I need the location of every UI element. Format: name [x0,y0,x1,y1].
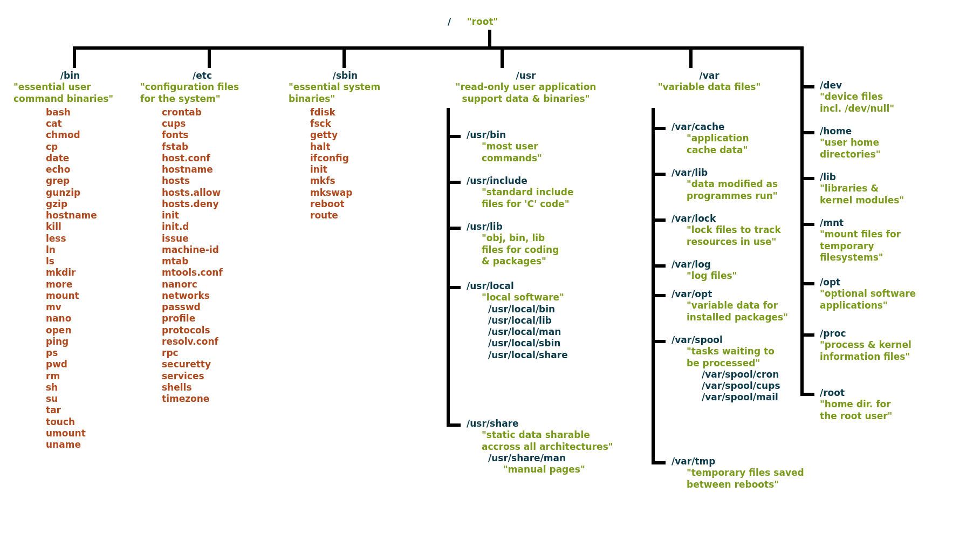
list-item: cp [46,141,127,153]
sbin-files: fdiskfsckgettyhaltifconfiginitmkfsmkswap… [310,107,402,222]
bin-files: bashcatchmodcpdateechogrepgunzipgziphost… [46,107,127,451]
list-item: touch [46,416,127,428]
connector [652,294,666,297]
connector [652,340,666,343]
list-item: protocols [162,325,264,336]
var-log-path: /var/log [671,259,737,270]
list-item: mtools.conf [162,267,264,278]
list-item: hosts.deny [162,199,264,210]
usr-share-man-path: /usr/share/man [488,453,613,464]
var-spool-sub: /var/spool/cron/var/spool/cups/var/spool… [702,369,780,404]
connector [800,85,814,88]
list-item: init [162,210,264,221]
dev-desc: "device files incl. /dev/null" [820,91,894,114]
mnt-desc: "mount files for temporary filesystems" [820,229,901,263]
usr-share-desc: "static data sharable accross all archit… [482,429,613,453]
list-item: /usr/local/lib [488,315,568,326]
connector [447,108,450,426]
var-lock-path: /var/lock [671,213,781,224]
list-item: /var/spool/mail [702,392,780,403]
list-item: hosts [162,175,264,187]
list-item: init [310,164,402,175]
list-item: chmod [46,129,127,141]
var-lib-desc: "data modified as programmes run" [687,179,778,202]
list-item: mkfs [310,175,402,187]
list-item: /usr/local/sbin [488,338,568,349]
lib-path: /lib [820,172,904,183]
connector [800,177,814,180]
connector [447,227,461,230]
list-item: mv [46,302,127,313]
list-item: resolv.conf [162,336,264,347]
root-desc: "root" [467,16,498,27]
list-item: init.d [162,221,264,233]
var-tmp-desc: "temporary files saved between reboots" [687,467,804,490]
list-item: /usr/local/bin [488,304,568,315]
var-tmp-path: /var/tmp [671,456,804,467]
etc-desc: "configuration files for the system" [140,81,264,105]
bin-desc: "essential user command binaries" [13,81,127,105]
list-item: ifconfig [310,153,402,164]
connector [652,173,666,176]
home-path: /home [820,126,881,137]
connector [800,393,814,396]
list-item: mount [46,290,127,302]
list-item: rm [46,371,127,382]
var-opt-path: /var/opt [671,289,788,300]
list-item: shells [162,382,264,393]
list-item: umount [46,428,127,439]
list-item: nano [46,313,127,324]
list-item: more [46,279,127,290]
list-item: sh [46,382,127,393]
connector [800,223,814,226]
list-item: passwd [162,302,264,313]
mnt-path: /mnt [820,217,901,229]
list-item: ps [46,347,127,359]
list-item: open [46,325,127,336]
var-desc: "variable data files" [634,81,785,93]
list-item: ping [46,336,127,347]
list-item: pwd [46,359,127,370]
list-item: /var/spool/cron [702,369,780,380]
list-item: tar [46,405,127,416]
list-item: cat [46,118,127,129]
list-item: fstab [162,141,264,153]
list-item: cups [162,118,264,129]
connector [488,30,491,49]
connector [800,46,804,395]
list-item: crontab [162,107,264,118]
usr-local-desc: "local software" [482,292,568,303]
connector [501,46,504,68]
list-item: /usr/local/man [488,326,568,338]
list-item: nanorc [162,279,264,290]
connector [208,46,211,68]
proc-path: /proc [820,328,912,339]
etc-files: crontabcupsfontsfstabhost.confhostnameho… [162,107,264,405]
list-item: getty [310,129,402,141]
list-item: uname [46,439,127,450]
list-item: rpc [162,347,264,359]
var-path: /var [634,70,785,81]
list-item: mkdir [46,267,127,278]
connector [652,127,666,130]
connector [689,46,693,68]
list-item: issue [162,233,264,244]
var-spool-desc: "tasks waiting to be processed" [687,346,780,369]
list-item: fdisk [310,107,402,118]
lib-desc: "libraries & kernel modules" [820,183,904,206]
var-lock-desc: "lock files to track resources in use" [687,224,781,248]
list-item: hostname [162,164,264,175]
connector [800,131,814,134]
var-cache-path: /var/cache [671,121,749,133]
list-item: less [46,233,127,244]
etc-path: /etc [140,70,264,81]
usr-path: /usr [423,70,628,81]
root-path: / [448,16,451,27]
usr-bin-desc: "most user commands" [482,141,542,164]
list-item: reboot [310,199,402,210]
dev-path: /dev [820,80,894,91]
list-item: securetty [162,359,264,370]
var-log-desc: "log files" [687,270,737,282]
list-item: fonts [162,129,264,141]
usr-share-path: /usr/share [467,418,613,429]
